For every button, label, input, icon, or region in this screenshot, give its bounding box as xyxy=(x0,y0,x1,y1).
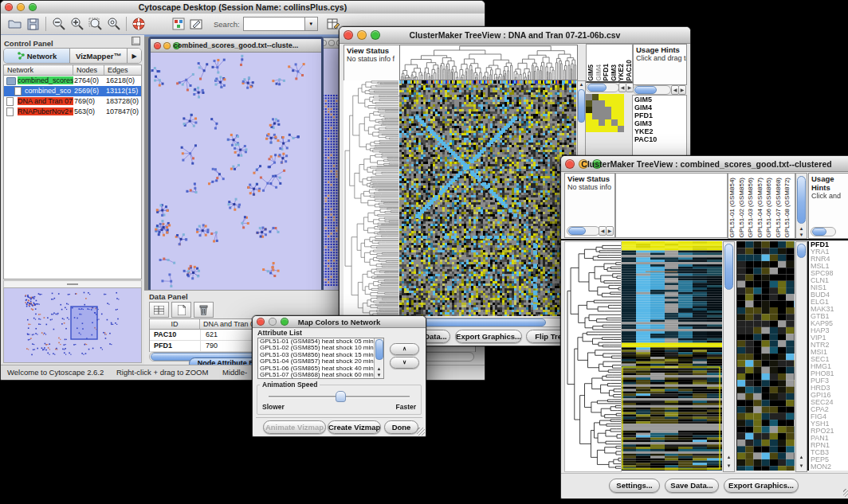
zoom-fit-button[interactable] xyxy=(86,16,104,33)
gene-label[interactable]: SPC98 xyxy=(809,270,848,277)
select-attributes-button[interactable] xyxy=(149,302,169,318)
treeview2-titlebar[interactable]: ClusterMaker TreeView : combined_scores_… xyxy=(561,156,848,172)
gene-label[interactable]: PFD1 xyxy=(809,241,848,248)
attribute-item[interactable]: GPL51-03 (GSM856) heat shock 15 min xyxy=(258,352,375,358)
attribute-item[interactable]: GPL51-02 (GSM855) heat shock 10 min xyxy=(258,345,375,351)
column-label[interactable]: GIM5 xyxy=(587,64,595,81)
animate-vizmap-button[interactable]: Animate Vizmap xyxy=(263,420,326,434)
column-dendrogram-canvas[interactable] xyxy=(399,45,578,80)
gene-label[interactable]: ELG1 xyxy=(809,299,848,306)
labels-vscrollbar[interactable]: ▲ ▼ xyxy=(795,173,807,239)
gene-label[interactable]: MON2 xyxy=(809,463,848,471)
gene-label[interactable]: HRD3 xyxy=(809,385,848,392)
similarity-matrix-canvas[interactable] xyxy=(586,94,624,132)
column-label[interactable]: GPL51-04 (GSM857) xyxy=(756,178,766,238)
tab-vizmapper[interactable]: VizMapper™ xyxy=(70,49,128,63)
column-label[interactable]: GPL51-08 (GSM872) xyxy=(783,178,793,238)
mini-vscrollbar[interactable]: ▲ ▼ xyxy=(795,241,807,472)
gene-label[interactable]: GIM4 xyxy=(633,104,686,111)
create-vizmap-button[interactable]: Create Vizmap xyxy=(328,420,381,434)
tab-network[interactable]: Network xyxy=(4,49,70,63)
annotation-icon[interactable] xyxy=(187,16,206,33)
scrollbar-thumb[interactable] xyxy=(812,228,826,236)
gene-label[interactable]: PEP5 xyxy=(809,456,848,463)
column-label[interactable]: GIM3 xyxy=(610,64,618,81)
gene-label[interactable]: RPN1 xyxy=(809,442,848,449)
gene-label[interactable]: CLN1 xyxy=(809,277,848,284)
dialog-titlebar[interactable]: Map Colors to Network xyxy=(253,316,426,328)
move-up-button[interactable]: ∧ xyxy=(390,343,419,355)
settings-button[interactable]: Settings... xyxy=(609,479,660,493)
scroll-right-icon[interactable]: ▶ xyxy=(606,226,614,236)
gene-label[interactable]: NTR2 xyxy=(809,342,848,349)
gene-label[interactable]: GTB1 xyxy=(809,313,848,320)
gene-label[interactable]: PFD1 xyxy=(633,111,686,119)
done-button[interactable]: Done xyxy=(384,420,418,434)
gene-label[interactable]: YRA1 xyxy=(809,248,848,256)
create-attribute-button[interactable] xyxy=(171,302,191,318)
column-header-edges[interactable]: Edges xyxy=(104,65,141,76)
search-dropdown-button[interactable]: ▼ xyxy=(305,17,318,31)
gene-label[interactable]: HAP3 xyxy=(809,327,848,334)
network-overview-canvas[interactable] xyxy=(3,287,142,363)
network-view-titlebar[interactable]: combined_scores_good.txt--cluste... xyxy=(151,39,321,53)
column-label[interactable]: GPL51-02 (GSM855) xyxy=(738,178,748,238)
attribute-item[interactable]: GPL51-07 (GSM868) heat shock 60 min xyxy=(258,372,375,378)
gene-label[interactable]: PHO81 xyxy=(809,370,848,377)
resize-grip[interactable] xyxy=(417,428,425,436)
column-label[interactable]: YKE2 xyxy=(617,64,625,81)
gene-label[interactable]: GPI16 xyxy=(809,392,848,399)
network-tree-row[interactable]: RNAPuberNov2+ 563(0) 107847(0) xyxy=(4,107,141,117)
gene-label[interactable]: YKE2 xyxy=(633,127,686,135)
row-dendrogram-canvas[interactable] xyxy=(344,80,398,316)
column-header-network[interactable]: Network xyxy=(4,65,73,76)
gene-label[interactable]: FIG4 xyxy=(809,413,848,420)
gene-label[interactable]: PAC10 xyxy=(633,135,686,143)
scrollbar-thumb[interactable] xyxy=(634,86,657,94)
usage-scrollbar[interactable] xyxy=(811,227,836,236)
move-down-button[interactable]: ∨ xyxy=(390,357,419,369)
network-graph-canvas[interactable] xyxy=(151,53,316,291)
heatmap-vscrollbar[interactable]: ▲ ▼ xyxy=(723,241,735,472)
gene-label[interactable]: NIS1 xyxy=(809,284,848,291)
scroll-up-icon[interactable]: ▲ xyxy=(796,455,807,460)
export-graphics-button[interactable]: Export Graphics... xyxy=(455,330,522,343)
heatmap-canvas[interactable] xyxy=(399,80,576,316)
open-file-button[interactable] xyxy=(6,16,24,33)
zoom-out-button[interactable] xyxy=(49,16,68,33)
zoom-in-button[interactable] xyxy=(68,16,86,33)
tab-overflow-arrow[interactable]: ▶ xyxy=(128,49,141,63)
export-graphics-button[interactable]: Export Graphics... xyxy=(724,479,799,493)
gene-label[interactable]: CPA2 xyxy=(809,406,848,413)
save-data-button[interactable]: Save Data... xyxy=(665,479,719,493)
gene-label[interactable]: KAP95 xyxy=(809,320,848,327)
network-tree-row[interactable]: combined_sco 2569(6) 13112(15) xyxy=(4,86,141,96)
gene-label[interactable]: SEC1 xyxy=(809,356,848,363)
gene-label[interactable]: RNR4 xyxy=(809,256,848,263)
column-header-id[interactable]: ID xyxy=(150,319,200,330)
attribute-item[interactable]: GPL51-01 (GSM854) heat shock 05 min xyxy=(258,338,375,345)
scroll-up-icon[interactable]: ▲ xyxy=(796,226,807,232)
column-dendrogram-space[interactable] xyxy=(615,173,728,238)
labels-hscrollbar[interactable] xyxy=(586,83,619,92)
view-status-scrollbar[interactable] xyxy=(567,226,600,236)
scrollbar-thumb[interactable] xyxy=(587,84,607,92)
network-tree-row[interactable]: DNA and Tran 07 769(0) 183728(0) xyxy=(4,96,141,107)
column-label[interactable]: GPL51-07 (GSM868) xyxy=(775,178,784,238)
gene-label[interactable]: HMG1 xyxy=(809,363,848,370)
column-header-nodes[interactable]: Nodes xyxy=(73,65,104,76)
resize-grip[interactable] xyxy=(843,489,848,497)
scrollbar-thumb[interactable] xyxy=(568,227,586,235)
column-label[interactable]: PAC10 xyxy=(625,60,633,81)
column-label[interactable]: GPL51-03 (GSM856) xyxy=(747,178,756,238)
gene-label[interactable]: BUD4 xyxy=(809,291,848,299)
gene-label[interactable]: TCB3 xyxy=(809,449,848,456)
gene-label[interactable]: YSH1 xyxy=(809,420,848,428)
scrollbar-thumb[interactable] xyxy=(578,89,585,123)
gene-label[interactable]: GIM3 xyxy=(633,119,686,127)
slider-thumb[interactable] xyxy=(336,391,346,402)
gene-label[interactable]: RPO21 xyxy=(809,428,848,435)
column-label[interactable]: GIM4 xyxy=(595,64,603,81)
scroll-up-icon[interactable]: ▲ xyxy=(375,366,383,372)
gene-label[interactable]: MSI1 xyxy=(809,349,848,356)
